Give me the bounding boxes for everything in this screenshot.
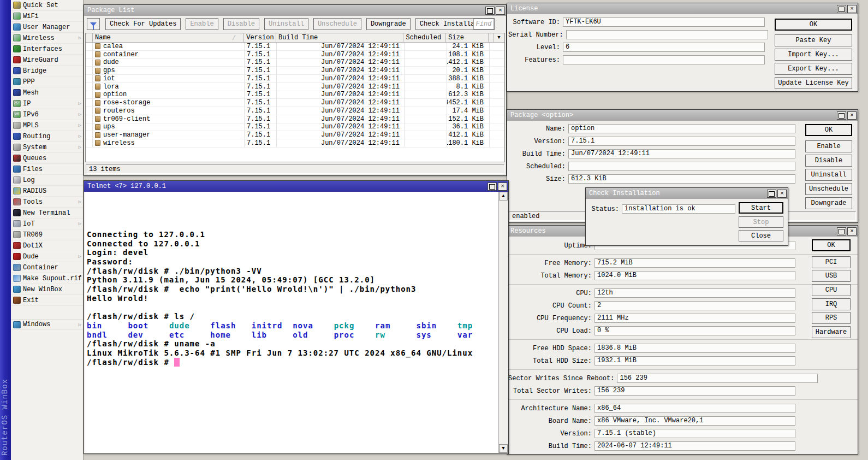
table-row[interactable]: rose-storage7.15.1Jun/07/2024 12:49:1134…	[86, 99, 504, 107]
disable-button[interactable]: Disable	[223, 18, 259, 30]
table-row[interactable]: iot7.15.1Jun/07/2024 12:49:11388.1 KiB	[86, 75, 504, 83]
close-button[interactable]: Close	[739, 230, 783, 241]
column-select-icon[interactable]: ▼	[494, 33, 504, 42]
sidebar-item-log[interactable]: Log	[11, 175, 83, 186]
table-row[interactable]: dude7.15.1Jun/07/2024 12:49:111412.1 KiB	[86, 59, 504, 67]
enable-button[interactable]: Enable	[805, 140, 852, 152]
sidebar-item-exit[interactable]: Exit	[11, 295, 83, 306]
build-time-field[interactable]: Jun/07/2024 12:49:11	[568, 149, 795, 158]
unschedule-button[interactable]: Unschedule	[805, 183, 852, 195]
sidebar-item-tr069[interactable]: TR069	[11, 229, 83, 240]
uninstall-button[interactable]: Uninstall	[264, 18, 308, 30]
cpu-load-field[interactable]: 0 %	[594, 326, 795, 335]
import-key-button[interactable]: Import Key...	[775, 49, 852, 61]
free-memory-field[interactable]: 715.2 MiB	[594, 258, 795, 268]
table-row[interactable]: ups7.15.1Jun/07/2024 12:49:1136.1 KiB	[86, 123, 504, 132]
sidebar-item-ipv6[interactable]: v6IPv6▷	[11, 109, 83, 120]
close-icon[interactable]: ×	[496, 7, 505, 15]
sidebar-item-queues[interactable]: Queues	[11, 153, 83, 164]
close-icon[interactable]: ×	[498, 182, 507, 191]
ok-button[interactable]: OK	[775, 19, 852, 31]
level-field[interactable]: 6	[563, 43, 765, 52]
disable-button[interactable]: Disable	[805, 155, 852, 167]
downgrade-button[interactable]: Downgrade	[366, 18, 411, 30]
table-row[interactable]: gps7.15.1Jun/07/2024 12:49:1120.1 KiB	[86, 67, 504, 75]
sidebar-item-wifi[interactable]: WiFi	[11, 11, 83, 22]
table-row[interactable]: calea7.15.1Jun/07/2024 12:49:1124.1 KiB	[86, 43, 504, 51]
sidebar-item-wireguard[interactable]: WireGuard	[11, 55, 83, 66]
free-hdd-space-field[interactable]: 1836.8 MiB	[594, 344, 795, 353]
sidebar-item-quick-set[interactable]: Quick Set	[11, 0, 83, 11]
column-header-build-time[interactable]: Build Time	[276, 33, 403, 42]
cpu-frequency-field[interactable]: 2111 MHz	[594, 314, 795, 323]
serial-number-field[interactable]	[566, 30, 768, 39]
sidebar-item-new-winbox[interactable]: New WinBox	[11, 284, 83, 295]
table-row[interactable]: wireless7.15.1Jun/07/2024 12:49:111180.1…	[86, 139, 504, 148]
rps-button[interactable]: RPS	[812, 312, 851, 324]
sidebar-item-make-supout-rif[interactable]: Make Supout.rif	[11, 273, 83, 284]
scheduled-field[interactable]	[568, 162, 795, 171]
irq-button[interactable]: IRQ	[812, 298, 851, 310]
enable-button[interactable]: Enable	[186, 18, 218, 30]
maximize-icon[interactable]	[837, 111, 846, 120]
package-option-titlebar[interactable]: Package <option> ×	[507, 110, 858, 121]
update-license-key-button[interactable]: Update License Key	[775, 77, 852, 89]
cpu-button[interactable]: CPU	[812, 284, 851, 296]
table-row[interactable]: lora7.15.1Jun/07/2024 12:49:118.1 KiB	[86, 83, 504, 91]
export-key-button[interactable]: Export Key...	[775, 63, 852, 75]
sidebar-item-mesh[interactable]: Mesh	[11, 87, 83, 98]
maximize-icon[interactable]	[485, 7, 495, 15]
terminal-scrollbar[interactable]: ▲ ▼	[498, 192, 508, 453]
unschedule-button[interactable]: Unschedule	[313, 18, 361, 30]
scroll-down-icon[interactable]: ▼	[499, 444, 508, 453]
close-icon[interactable]: ×	[847, 5, 857, 13]
build-time-field[interactable]: 2024-06-07 12:49:11	[594, 441, 795, 451]
maximize-icon[interactable]	[487, 182, 497, 191]
sidebar-item-user-manager[interactable]: User Manager	[11, 22, 83, 33]
sidebar-item-radius[interactable]: RADIUS	[11, 186, 83, 197]
sidebar-item-dude[interactable]: Dude▷	[11, 251, 83, 262]
sector-writes-since-reboot-field[interactable]: 156 239	[617, 374, 818, 383]
table-row[interactable]: routeros7.15.1Jun/07/2024 12:49:1117.4 M…	[86, 107, 504, 115]
ok-button[interactable]: OK	[812, 239, 851, 251]
column-header-scheduled[interactable]: Scheduled	[403, 33, 446, 42]
column-header-version[interactable]: Version	[244, 33, 276, 42]
sidebar-item-container[interactable]: Container	[11, 262, 83, 273]
sidebar-item-files[interactable]: Files	[11, 164, 83, 175]
sidebar-item-new-terminal[interactable]: New Terminal	[11, 208, 83, 219]
total-sector-writes-field[interactable]: 156 239	[594, 386, 795, 396]
terminal-area[interactable]: Connecting to 127.0.0.1 Connected to 127…	[85, 192, 498, 453]
software-id-field[interactable]: YFTK-EK6U	[563, 17, 765, 27]
hardware-button[interactable]: Hardware	[812, 326, 851, 338]
status-field[interactable]: installation is ok	[622, 204, 735, 214]
sidebar-item-bridge[interactable]: Bridge	[11, 66, 83, 76]
column-header-name[interactable]: Name/	[93, 33, 244, 42]
close-icon[interactable]: ×	[847, 227, 857, 235]
check-installation-titlebar[interactable]: Check Installation ×	[586, 188, 788, 199]
sidebar-item-wireless[interactable]: Wireless▷	[11, 33, 83, 44]
close-icon[interactable]: ×	[847, 111, 857, 120]
total-hdd-size-field[interactable]: 1932.1 MiB	[594, 356, 795, 365]
sidebar-item-routing[interactable]: Routing▷	[11, 131, 83, 142]
cpu-count-field[interactable]: 2	[594, 301, 795, 310]
cpu-field[interactable]: 12th	[594, 288, 795, 298]
sidebar-item-ppp[interactable]: PPP	[11, 76, 83, 87]
table-row[interactable]: user-manager7.15.1Jun/07/2024 12:49:1141…	[86, 131, 504, 139]
name-field[interactable]: option	[568, 124, 795, 133]
sidebar-item-windows[interactable]: Windows▷	[11, 319, 83, 330]
sidebar-item-tools[interactable]: Tools▷	[11, 197, 83, 208]
paste-key-button[interactable]: Paste Key	[775, 34, 852, 46]
size-field[interactable]: 612.3 KiB	[568, 174, 795, 184]
sidebar-item-mpls[interactable]: MPLS▷	[11, 120, 83, 131]
usb-button[interactable]: USB	[812, 270, 851, 282]
ok-button[interactable]: OK	[805, 124, 852, 136]
table-row[interactable]: container7.15.1Jun/07/2024 12:49:11108.1…	[86, 51, 504, 59]
sidebar-item-dot1x[interactable]: Dot1X	[11, 240, 83, 251]
sidebar-item-iot[interactable]: IoT▷	[11, 219, 83, 229]
license-titlebar[interactable]: License ×	[507, 3, 858, 14]
package-list-titlebar[interactable]: Package List ×	[84, 5, 506, 16]
scroll-up-icon[interactable]: ▲	[499, 192, 508, 200]
downgrade-button[interactable]: Downgrade	[805, 197, 852, 209]
pci-button[interactable]: PCI	[812, 256, 851, 268]
close-icon[interactable]: ×	[777, 190, 787, 198]
